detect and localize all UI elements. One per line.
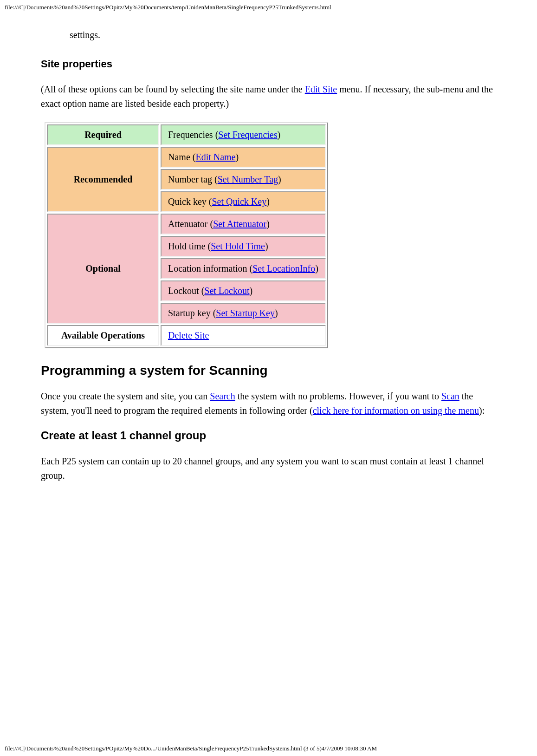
file-path-header: file:///C|/Documents%20and%20Settings/PO… bbox=[5, 4, 532, 11]
paragraph-intro: (All of these options can be found by se… bbox=[41, 82, 496, 111]
text: ) bbox=[266, 196, 270, 207]
text: ) bbox=[275, 308, 278, 318]
text: Name ( bbox=[168, 152, 195, 162]
text: ) bbox=[236, 152, 239, 162]
heading-site-properties: Site properties bbox=[41, 58, 496, 70]
text: (All of these options can be found by se… bbox=[41, 84, 305, 94]
text: Once you create the system and site, you… bbox=[41, 391, 210, 401]
cell-required-value: Frequencies (Set Frequencies) bbox=[161, 124, 326, 145]
site-properties-table: Required Frequencies (Set Frequencies) R… bbox=[45, 122, 328, 348]
link-edit-site[interactable]: Edit Site bbox=[305, 84, 337, 94]
cell-recommended-value: Number tag (Set Number Tag) bbox=[161, 169, 326, 190]
table-row: Recommended Name (Edit Name) bbox=[47, 147, 326, 168]
text: Number tag ( bbox=[168, 174, 218, 184]
cell-optional-label: Optional bbox=[47, 214, 159, 324]
cell-optional-value: Attenuator (Set Attenuator) bbox=[161, 214, 326, 235]
text: Hold time ( bbox=[168, 241, 211, 251]
text: ) bbox=[250, 286, 253, 296]
text: ) bbox=[277, 130, 280, 140]
link-search[interactable]: Search bbox=[210, 391, 235, 401]
text: ) bbox=[315, 263, 318, 274]
link-menu-info[interactable]: click here for information on using the … bbox=[313, 405, 479, 416]
text: Quick key ( bbox=[168, 196, 212, 207]
text: ) bbox=[265, 241, 268, 251]
link-set-locationinfo[interactable]: Set LocationInfo bbox=[252, 263, 315, 274]
text: ) bbox=[278, 174, 281, 184]
cell-available-operations-label: Available Operations bbox=[47, 325, 159, 346]
link-scan[interactable]: Scan bbox=[441, 391, 459, 401]
table-row: Optional Attenuator (Set Attenuator) bbox=[47, 214, 326, 235]
text: ): bbox=[479, 405, 485, 416]
link-set-attenuator[interactable]: Set Attenuator bbox=[213, 219, 266, 229]
cell-recommended-value: Name (Edit Name) bbox=[161, 147, 326, 168]
heading-create-channel-group: Create at least 1 channel group bbox=[41, 429, 496, 442]
table-row: Required Frequencies (Set Frequencies) bbox=[47, 124, 326, 145]
document-body: settings. Site properties (All of these … bbox=[41, 30, 496, 483]
text: Frequencies ( bbox=[168, 130, 218, 140]
link-set-number-tag[interactable]: Set Number Tag bbox=[218, 174, 278, 184]
text: ) bbox=[266, 219, 270, 229]
link-set-frequencies[interactable]: Set Frequencies bbox=[218, 130, 277, 140]
link-set-hold-time[interactable]: Set Hold Time bbox=[211, 241, 265, 251]
text: the system with no problems. However, if… bbox=[235, 391, 441, 401]
cell-required-label: Required bbox=[47, 124, 159, 145]
text: Lockout ( bbox=[168, 286, 204, 296]
link-set-quick-key[interactable]: Set Quick Key bbox=[212, 196, 266, 207]
cell-optional-value: Location information (Set LocationInfo) bbox=[161, 258, 326, 279]
file-path-footer: file:///C|/Documents%20and%20Settings/PO… bbox=[5, 745, 377, 752]
text: Startup key ( bbox=[168, 308, 216, 318]
text: Attenuator ( bbox=[168, 219, 213, 229]
fragment-settings: settings. bbox=[70, 30, 496, 40]
cell-available-operations-value: Delete Site bbox=[161, 325, 326, 346]
heading-programming-system: Programming a system for Scanning bbox=[41, 363, 496, 378]
link-set-lockout[interactable]: Set Lockout bbox=[204, 286, 249, 296]
cell-recommended-label: Recommended bbox=[47, 147, 159, 212]
link-edit-name[interactable]: Edit Name bbox=[195, 152, 235, 162]
cell-optional-value: Lockout (Set Lockout) bbox=[161, 280, 326, 301]
cell-optional-value: Startup key (Set Startup Key) bbox=[161, 303, 326, 324]
paragraph-programming: Once you create the system and site, you… bbox=[41, 389, 496, 418]
link-delete-site[interactable]: Delete Site bbox=[168, 330, 209, 340]
cell-recommended-value: Quick key (Set Quick Key) bbox=[161, 191, 326, 212]
cell-optional-value: Hold time (Set Hold Time) bbox=[161, 236, 326, 257]
link-set-startup-key[interactable]: Set Startup Key bbox=[216, 308, 275, 318]
text: Location information ( bbox=[168, 263, 252, 274]
paragraph-channel-group: Each P25 system can contain up to 20 cha… bbox=[41, 454, 496, 483]
table-row: Available Operations Delete Site bbox=[47, 325, 326, 346]
